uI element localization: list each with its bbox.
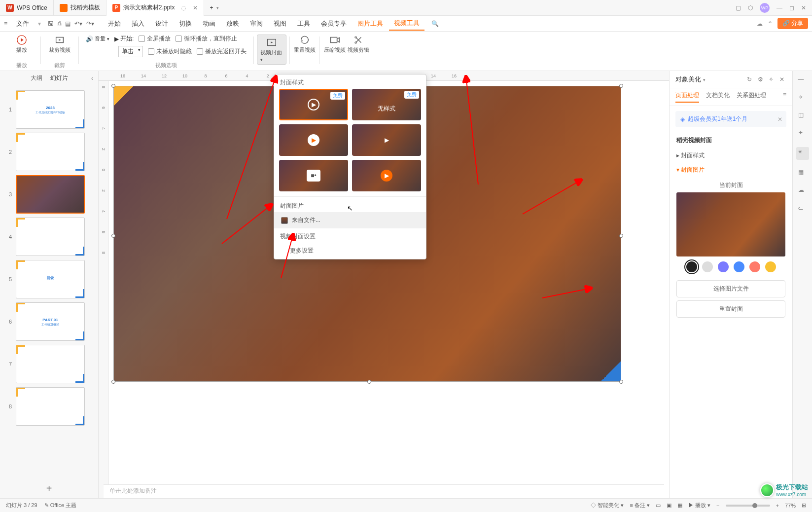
slide-thumb[interactable]: 4 xyxy=(0,216,98,258)
slide-thumb[interactable]: 8 xyxy=(0,385,98,428)
link-cover-style[interactable]: ▸ 封面样式 xyxy=(676,148,785,163)
rail-cloud-icon[interactable]: ☁ xyxy=(798,186,807,195)
notes-toggle[interactable]: ≡ 备注 ▾ xyxy=(630,502,650,509)
slide-thumb[interactable]: 6PART.01工作情况概述 xyxy=(0,300,98,343)
menu-icon[interactable]: ≡ xyxy=(4,20,7,27)
start-select[interactable]: 单击 ▾ xyxy=(118,46,143,57)
preview-icon[interactable]: ▤ xyxy=(65,20,71,27)
menu-start[interactable]: 开始 xyxy=(103,17,126,30)
collapse-icon[interactable]: ‹ xyxy=(91,75,93,82)
rail-star-icon[interactable]: ✧ xyxy=(798,94,807,103)
add-slide-button[interactable]: + xyxy=(0,479,98,498)
color-black[interactable] xyxy=(686,261,697,272)
reset-video-button[interactable]: 重置视频 xyxy=(293,35,317,54)
rail-layers-icon[interactable]: ◫ xyxy=(798,111,807,120)
close-pane-icon[interactable]: ✕ xyxy=(779,76,786,83)
menu-slideshow[interactable]: 放映 xyxy=(221,17,244,30)
cover-style-6[interactable]: ▶ xyxy=(352,160,421,191)
menu-design[interactable]: 设计 xyxy=(150,17,173,30)
rail-pet-icon[interactable]: ᓚ xyxy=(798,204,807,213)
rp-tab-page[interactable]: 页面处理 xyxy=(675,91,699,103)
theme-indicator[interactable]: ✎ Office 主题 xyxy=(44,502,77,509)
from-file-item[interactable]: 来自文件... xyxy=(274,212,426,228)
play-button[interactable]: 播放 xyxy=(10,35,34,54)
menu-review[interactable]: 审阅 xyxy=(245,17,268,30)
sorter-view-icon[interactable]: ▦ xyxy=(677,502,682,509)
cover-style-4[interactable]: ▶ xyxy=(352,124,421,156)
cloud-icon[interactable]: ☁ xyxy=(757,20,763,27)
menu-insert[interactable]: 插入 xyxy=(127,17,149,30)
file-menu[interactable]: 文件 xyxy=(11,17,34,30)
slide-thumb[interactable]: 3 xyxy=(0,173,98,216)
slide-thumb[interactable]: 2 xyxy=(0,131,98,173)
rp-tab-doc[interactable]: 文档美化 xyxy=(706,91,730,103)
reading-view-icon[interactable]: ▭ xyxy=(656,502,661,509)
link-cover-image[interactable]: ▾ 封面图片 xyxy=(676,163,785,177)
resize-handle[interactable] xyxy=(367,380,371,384)
close-icon[interactable]: ✕ xyxy=(801,4,806,11)
slide-thumb[interactable]: 7 xyxy=(0,343,98,385)
reader-mode-icon[interactable]: ▢ xyxy=(736,4,741,11)
slide-thumb[interactable]: 12023工作总结汇报PPT模板 xyxy=(0,88,98,131)
color-purple[interactable] xyxy=(718,261,729,272)
resize-handle[interactable] xyxy=(111,234,115,238)
rail-beautify-icon[interactable]: ✴ xyxy=(796,147,809,160)
rewind-checkbox[interactable]: 播放完返回开头 xyxy=(197,47,247,56)
settings-icon[interactable]: ⚙ xyxy=(758,76,765,83)
zoom-in-icon[interactable]: + xyxy=(776,503,779,509)
tab-close-icon[interactable]: ✕ xyxy=(193,4,198,11)
search-icon[interactable]: 🔍 xyxy=(431,20,439,27)
more-settings-item[interactable]: 更多设置 xyxy=(274,243,426,259)
tab-outline[interactable]: 大纲 xyxy=(31,74,42,82)
rail-resource-icon[interactable]: ▦ xyxy=(798,169,807,178)
promo-close-icon[interactable]: ✕ xyxy=(777,116,782,123)
cube-icon[interactable]: ⬡ xyxy=(748,4,753,11)
redo-icon[interactable]: ↷▾ xyxy=(86,20,94,27)
tab-wps-office[interactable]: W WPS Office xyxy=(0,0,54,16)
resize-handle[interactable] xyxy=(111,84,115,88)
print-icon[interactable]: ⎙ xyxy=(58,20,61,27)
undo-icon[interactable]: ↶▾ xyxy=(74,20,82,27)
resize-handle[interactable] xyxy=(619,234,623,238)
zoom-out-icon[interactable]: − xyxy=(716,503,719,509)
collapse-icon[interactable]: ⌃ xyxy=(768,20,773,27)
hide-checkbox[interactable]: 未播放时隐藏 xyxy=(148,47,192,56)
refresh-icon[interactable]: ↻ xyxy=(747,76,754,83)
smart-beautify-button[interactable]: ◇ 智能美化 ▾ xyxy=(591,502,624,509)
menu-tools[interactable]: 工具 xyxy=(292,17,315,30)
menu-picture-tools[interactable]: 图片工具 xyxy=(353,17,388,30)
maximize-icon[interactable]: ◻ xyxy=(789,4,794,11)
compress-video-button[interactable]: 压缩视频 xyxy=(323,35,347,54)
rail-menu-icon[interactable]: — xyxy=(798,76,807,85)
resize-handle[interactable] xyxy=(619,84,623,88)
cover-style-5[interactable]: ■• xyxy=(279,160,348,191)
menu-animation[interactable]: 动画 xyxy=(198,17,220,30)
zoom-value[interactable]: 77% xyxy=(785,503,796,509)
resize-handle[interactable] xyxy=(619,380,623,384)
loop-checkbox[interactable]: 循环播放，直到停止 xyxy=(176,35,237,43)
notes-placeholder[interactable]: 单击此处添加备注 xyxy=(104,484,664,498)
video-cover-button[interactable]: 视频封面 ▾ xyxy=(257,35,286,65)
user-avatar[interactable]: WP xyxy=(760,3,770,13)
rail-animation-icon[interactable]: ✦ xyxy=(798,129,807,138)
menu-member[interactable]: 会员专享 xyxy=(316,17,352,30)
slide-thumb[interactable]: 5目录 xyxy=(0,258,98,300)
cover-style-3[interactable]: ▶ xyxy=(279,124,348,156)
color-blue[interactable] xyxy=(734,261,744,272)
present-icon[interactable]: ▶ 播放 ▾ xyxy=(688,502,710,509)
cover-style-none[interactable]: 免费 无样式 xyxy=(352,89,421,120)
color-coral[interactable] xyxy=(749,261,760,272)
crop-video-button[interactable]: 裁剪视频 xyxy=(48,35,71,54)
color-yellow[interactable] xyxy=(765,261,776,272)
resize-handle[interactable] xyxy=(111,380,115,384)
share-button[interactable]: 🔗 分享 xyxy=(777,18,808,29)
menu-view[interactable]: 视图 xyxy=(269,17,291,30)
new-tab-button[interactable]: + ▾ xyxy=(204,0,225,16)
promo-banner[interactable]: ◈ 超级会员买1年送1个月 ✕ xyxy=(675,111,786,127)
volume-button[interactable]: 🔊音量▾ xyxy=(86,35,109,42)
normal-view-icon[interactable]: ▣ xyxy=(667,502,671,509)
tab-slides[interactable]: 幻灯片 xyxy=(50,74,68,82)
more-icon[interactable]: ≡ xyxy=(783,91,786,103)
tab-document[interactable]: P 演示文稿素材2.pptx ◌ ✕ xyxy=(106,0,204,16)
zoom-slider[interactable] xyxy=(726,505,770,507)
